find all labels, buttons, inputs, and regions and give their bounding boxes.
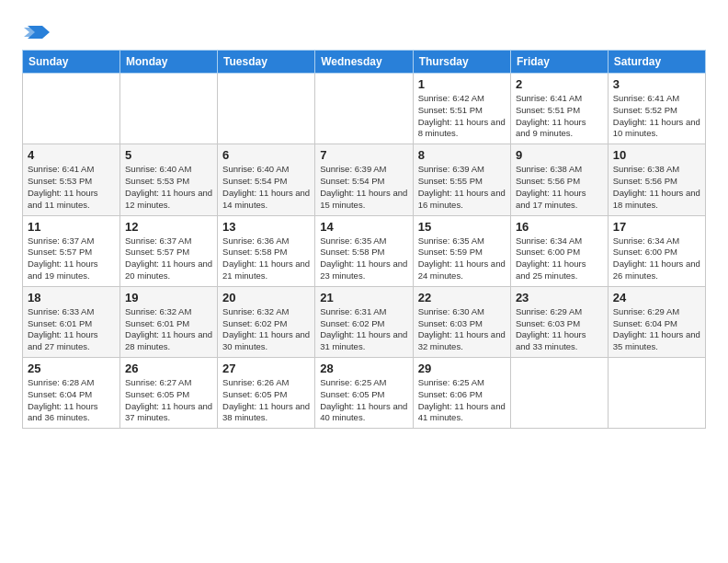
calendar-cell — [120, 74, 218, 144]
day-number: 8 — [418, 148, 506, 162]
weekday-header-thursday: Thursday — [413, 51, 510, 74]
calendar-cell: 29Sunrise: 6:25 AM Sunset: 6:06 PM Dayli… — [413, 358, 510, 429]
day-info: Sunrise: 6:25 AM Sunset: 6:06 PM Dayligh… — [418, 377, 506, 424]
day-info: Sunrise: 6:32 AM Sunset: 6:01 PM Dayligh… — [125, 306, 212, 353]
day-number: 5 — [125, 148, 212, 162]
day-number: 2 — [516, 77, 603, 91]
day-number: 3 — [613, 77, 700, 91]
calendar-cell: 12Sunrise: 6:37 AM Sunset: 5:57 PM Dayli… — [120, 215, 218, 286]
calendar-cell: 26Sunrise: 6:27 AM Sunset: 6:05 PM Dayli… — [120, 358, 218, 429]
calendar-cell: 18Sunrise: 6:33 AM Sunset: 6:01 PM Dayli… — [23, 286, 120, 357]
day-number: 12 — [125, 220, 212, 234]
calendar-cell — [510, 358, 608, 429]
day-number: 9 — [516, 148, 603, 162]
day-number: 4 — [28, 148, 115, 162]
day-number: 23 — [516, 291, 603, 304]
calendar-cell — [608, 358, 705, 429]
calendar-cell: 1Sunrise: 6:42 AM Sunset: 5:51 PM Daylig… — [413, 74, 510, 144]
day-number: 1 — [418, 77, 506, 91]
day-number: 27 — [222, 362, 310, 375]
day-info: Sunrise: 6:37 AM Sunset: 5:57 PM Dayligh… — [28, 236, 115, 282]
calendar-cell: 2Sunrise: 6:41 AM Sunset: 5:51 PM Daylig… — [510, 74, 608, 144]
calendar-cell — [218, 74, 315, 144]
logo — [22, 22, 50, 42]
day-info: Sunrise: 6:40 AM Sunset: 5:53 PM Dayligh… — [125, 164, 212, 211]
calendar-cell: 7Sunrise: 6:39 AM Sunset: 5:54 PM Daylig… — [315, 144, 413, 215]
calendar-cell: 4Sunrise: 6:41 AM Sunset: 5:53 PM Daylig… — [23, 144, 120, 215]
weekday-header-saturday: Saturday — [608, 51, 705, 74]
day-info: Sunrise: 6:38 AM Sunset: 5:56 PM Dayligh… — [613, 164, 700, 211]
day-info: Sunrise: 6:27 AM Sunset: 6:05 PM Dayligh… — [125, 377, 212, 424]
calendar-cell: 27Sunrise: 6:26 AM Sunset: 6:05 PM Dayli… — [218, 358, 315, 429]
day-number: 17 — [613, 220, 700, 234]
day-number: 29 — [418, 362, 506, 375]
day-number: 26 — [125, 362, 212, 375]
weekday-header-sunday: Sunday — [23, 51, 120, 74]
day-info: Sunrise: 6:41 AM Sunset: 5:52 PM Dayligh… — [613, 93, 700, 140]
calendar-cell: 15Sunrise: 6:35 AM Sunset: 5:59 PM Dayli… — [413, 215, 510, 286]
day-number: 24 — [613, 291, 700, 304]
calendar-cell: 17Sunrise: 6:34 AM Sunset: 6:00 PM Dayli… — [608, 215, 705, 286]
day-number: 7 — [320, 148, 407, 162]
calendar-cell: 25Sunrise: 6:28 AM Sunset: 6:04 PM Dayli… — [23, 358, 120, 429]
day-info: Sunrise: 6:38 AM Sunset: 5:56 PM Dayligh… — [516, 164, 603, 211]
day-info: Sunrise: 6:30 AM Sunset: 6:03 PM Dayligh… — [418, 306, 506, 353]
day-info: Sunrise: 6:28 AM Sunset: 6:04 PM Dayligh… — [28, 377, 115, 424]
day-info: Sunrise: 6:29 AM Sunset: 6:04 PM Dayligh… — [613, 306, 700, 353]
day-info: Sunrise: 6:34 AM Sunset: 6:00 PM Dayligh… — [516, 236, 603, 282]
day-info: Sunrise: 6:41 AM Sunset: 5:51 PM Dayligh… — [516, 93, 603, 140]
calendar-table: SundayMondayTuesdayWednesdayThursdayFrid… — [22, 50, 706, 429]
day-info: Sunrise: 6:25 AM Sunset: 6:05 PM Dayligh… — [320, 377, 407, 424]
weekday-header-monday: Monday — [120, 51, 218, 74]
day-number: 10 — [613, 148, 700, 162]
day-info: Sunrise: 6:35 AM Sunset: 5:59 PM Dayligh… — [418, 236, 506, 282]
calendar-cell: 5Sunrise: 6:40 AM Sunset: 5:53 PM Daylig… — [120, 144, 218, 215]
calendar-cell: 11Sunrise: 6:37 AM Sunset: 5:57 PM Dayli… — [23, 215, 120, 286]
day-number: 22 — [418, 291, 506, 304]
day-number: 13 — [222, 220, 310, 234]
calendar-cell: 19Sunrise: 6:32 AM Sunset: 6:01 PM Dayli… — [120, 286, 218, 357]
calendar-cell: 8Sunrise: 6:39 AM Sunset: 5:55 PM Daylig… — [413, 144, 510, 215]
day-number: 20 — [222, 291, 310, 304]
day-number: 18 — [28, 291, 115, 304]
calendar-cell: 23Sunrise: 6:29 AM Sunset: 6:03 PM Dayli… — [510, 286, 608, 357]
calendar-cell: 13Sunrise: 6:36 AM Sunset: 5:58 PM Dayli… — [218, 215, 315, 286]
calendar-cell: 24Sunrise: 6:29 AM Sunset: 6:04 PM Dayli… — [608, 286, 705, 357]
calendar-cell — [315, 74, 413, 144]
day-number: 16 — [516, 220, 603, 234]
day-info: Sunrise: 6:31 AM Sunset: 6:02 PM Dayligh… — [320, 306, 407, 353]
day-number: 25 — [28, 362, 115, 375]
day-info: Sunrise: 6:39 AM Sunset: 5:55 PM Dayligh… — [418, 164, 506, 211]
calendar-cell: 10Sunrise: 6:38 AM Sunset: 5:56 PM Dayli… — [608, 144, 705, 215]
calendar-cell: 16Sunrise: 6:34 AM Sunset: 6:00 PM Dayli… — [510, 215, 608, 286]
weekday-header-tuesday: Tuesday — [218, 51, 315, 74]
calendar-cell: 21Sunrise: 6:31 AM Sunset: 6:02 PM Dayli… — [315, 286, 413, 357]
weekday-header-wednesday: Wednesday — [315, 51, 413, 74]
calendar-cell: 6Sunrise: 6:40 AM Sunset: 5:54 PM Daylig… — [218, 144, 315, 215]
weekday-header-friday: Friday — [510, 51, 608, 74]
day-info: Sunrise: 6:34 AM Sunset: 6:00 PM Dayligh… — [613, 236, 700, 282]
logo-arrow-icon — [24, 22, 50, 42]
calendar-cell: 20Sunrise: 6:32 AM Sunset: 6:02 PM Dayli… — [218, 286, 315, 357]
header — [22, 18, 706, 42]
day-info: Sunrise: 6:42 AM Sunset: 5:51 PM Dayligh… — [418, 93, 506, 140]
calendar-cell: 28Sunrise: 6:25 AM Sunset: 6:05 PM Dayli… — [315, 358, 413, 429]
day-number: 19 — [125, 291, 212, 304]
day-info: Sunrise: 6:29 AM Sunset: 6:03 PM Dayligh… — [516, 306, 603, 353]
day-number: 15 — [418, 220, 506, 234]
day-number: 14 — [320, 220, 407, 234]
calendar-cell: 14Sunrise: 6:35 AM Sunset: 5:58 PM Dayli… — [315, 215, 413, 286]
day-info: Sunrise: 6:40 AM Sunset: 5:54 PM Dayligh… — [222, 164, 310, 211]
day-info: Sunrise: 6:35 AM Sunset: 5:58 PM Dayligh… — [320, 236, 407, 282]
calendar-cell: 9Sunrise: 6:38 AM Sunset: 5:56 PM Daylig… — [510, 144, 608, 215]
day-number: 21 — [320, 291, 407, 304]
day-number: 11 — [28, 220, 115, 234]
calendar-cell — [23, 74, 120, 144]
day-info: Sunrise: 6:32 AM Sunset: 6:02 PM Dayligh… — [222, 306, 310, 353]
day-info: Sunrise: 6:41 AM Sunset: 5:53 PM Dayligh… — [28, 164, 115, 211]
day-number: 6 — [222, 148, 310, 162]
calendar-cell: 3Sunrise: 6:41 AM Sunset: 5:52 PM Daylig… — [608, 74, 705, 144]
day-info: Sunrise: 6:36 AM Sunset: 5:58 PM Dayligh… — [222, 236, 310, 282]
day-info: Sunrise: 6:26 AM Sunset: 6:05 PM Dayligh… — [222, 377, 310, 424]
day-info: Sunrise: 6:33 AM Sunset: 6:01 PM Dayligh… — [28, 306, 115, 353]
